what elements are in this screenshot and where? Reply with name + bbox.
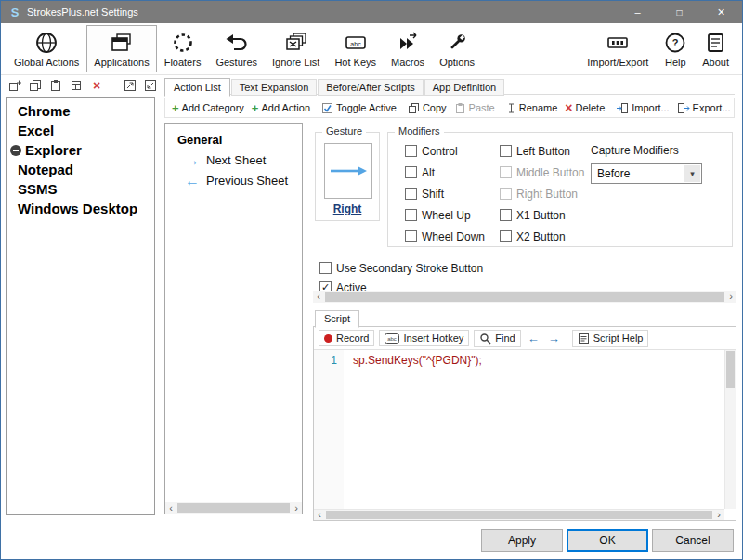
checkbox-label: Middle Button bbox=[516, 166, 584, 179]
checkbox-left-button[interactable]: Left Button bbox=[500, 140, 584, 162]
toolbar-import-export[interactable]: Import/Export bbox=[580, 25, 656, 72]
toolbar-help[interactable]: ? Help bbox=[656, 25, 695, 72]
checkbox-box[interactable] bbox=[405, 166, 417, 178]
title-bar[interactable]: StrokesPlus.net Settings bbox=[1, 1, 742, 23]
scroll-thumb[interactable] bbox=[726, 351, 735, 388]
list-item-excel[interactable]: Excel bbox=[7, 121, 154, 140]
copy-icon bbox=[408, 102, 420, 114]
rename-button[interactable]: Rename bbox=[502, 101, 562, 115]
record-button[interactable]: Record bbox=[319, 330, 374, 346]
import-button[interactable]: Import... bbox=[612, 101, 672, 115]
app-label: Windows Desktop bbox=[18, 201, 137, 216]
capture-modifiers-dropdown[interactable]: Before bbox=[591, 163, 702, 184]
tab-app-definition[interactable]: App Definition bbox=[424, 79, 505, 96]
delete-button[interactable]: Delete bbox=[561, 100, 608, 115]
toolbar-options[interactable]: Options bbox=[432, 25, 482, 72]
toolbar-about[interactable]: About bbox=[695, 25, 736, 72]
scroll-left-arrow[interactable] bbox=[314, 510, 325, 521]
scroll-right-arrow[interactable] bbox=[291, 502, 302, 514]
scroll-left-arrow[interactable] bbox=[313, 292, 324, 303]
checkbox-box[interactable] bbox=[405, 145, 417, 157]
scroll-track[interactable] bbox=[325, 510, 713, 520]
minimize-button[interactable] bbox=[617, 1, 658, 23]
scroll-right-arrow[interactable] bbox=[725, 292, 736, 303]
add-category-button[interactable]: Add Category bbox=[168, 101, 248, 115]
checkbox-control[interactable]: Control bbox=[405, 140, 485, 162]
scroll-right-arrow[interactable] bbox=[713, 510, 724, 521]
tree-node-previous-sheet[interactable]: Previous Sheet bbox=[165, 167, 302, 188]
script-editor[interactable]: 1 sp.SendKeys("^{PGDN}"); bbox=[314, 350, 724, 509]
scroll-left-arrow[interactable] bbox=[165, 502, 176, 514]
toolbar-macros[interactable]: Macros bbox=[384, 25, 432, 72]
navigate-forward-button[interactable] bbox=[546, 332, 562, 345]
add-application-button[interactable] bbox=[7, 78, 23, 93]
tree-horizontal-scrollbar[interactable] bbox=[165, 502, 302, 514]
copy-button[interactable]: Copy bbox=[404, 101, 450, 115]
checkbox-secondary-stroke[interactable]: Use Secondary Stroke Button bbox=[319, 257, 483, 279]
code-line[interactable]: sp.SendKeys("^{PGDN}"); bbox=[344, 350, 482, 509]
chevron-down-icon[interactable] bbox=[684, 165, 700, 182]
checkbox-box[interactable] bbox=[500, 230, 512, 242]
application-properties-button[interactable] bbox=[68, 78, 85, 93]
checkbox-box[interactable] bbox=[500, 209, 512, 221]
checkbox-shift[interactable]: Shift bbox=[405, 183, 485, 204]
tab-action-list[interactable]: Action List bbox=[164, 78, 230, 97]
paste-button[interactable]: Paste bbox=[450, 101, 499, 115]
expand-all-button[interactable] bbox=[122, 78, 138, 93]
checkbox-wheel-down[interactable]: Wheel Down bbox=[405, 226, 485, 247]
checkbox-box[interactable] bbox=[405, 230, 417, 242]
export-button[interactable]: Export... bbox=[673, 101, 735, 115]
add-action-button[interactable]: Add Action bbox=[248, 101, 314, 115]
collapse-all-button[interactable] bbox=[142, 78, 159, 93]
checkbox-box[interactable] bbox=[405, 188, 417, 200]
checkbox-x1-button[interactable]: X1 Button bbox=[500, 204, 584, 226]
checkbox-wheel-up[interactable]: Wheel Up bbox=[405, 204, 485, 226]
checkbox-x2-button[interactable]: X2 Button bbox=[500, 226, 584, 247]
toolbar-global-actions[interactable]: Global Actions bbox=[7, 25, 86, 72]
toggle-active-button[interactable]: Toggle Active bbox=[318, 101, 400, 115]
list-item-chrome[interactable]: Chrome bbox=[7, 101, 154, 121]
copy-application-button[interactable] bbox=[27, 78, 44, 93]
checkbox-alt[interactable]: Alt bbox=[405, 162, 485, 183]
gesture-name-link[interactable]: Right bbox=[316, 202, 379, 215]
script-horizontal-scrollbar[interactable] bbox=[314, 509, 724, 520]
detail-horizontal-scrollbar[interactable] bbox=[313, 291, 736, 303]
maximize-button[interactable] bbox=[658, 1, 700, 23]
toolbar-ignore-list[interactable]: Ignore List bbox=[265, 25, 327, 72]
toolbar-applications[interactable]: Applications bbox=[86, 25, 156, 72]
delete-application-button[interactable] bbox=[88, 78, 105, 93]
tree-node-next-sheet[interactable]: Next Sheet bbox=[165, 147, 302, 167]
scroll-track[interactable] bbox=[176, 502, 291, 514]
tree-node-general[interactable]: General bbox=[165, 124, 302, 147]
find-button[interactable]: Find bbox=[474, 330, 520, 347]
apply-button[interactable]: Apply bbox=[481, 529, 563, 552]
list-item-ssms[interactable]: SSMS bbox=[7, 179, 154, 199]
toolbar-hot-keys[interactable]: abc Hot Keys bbox=[327, 25, 384, 72]
dropdown-value: Before bbox=[597, 167, 630, 180]
scroll-thumb[interactable] bbox=[326, 511, 712, 519]
tab-before-after-scripts[interactable]: Before/After Scripts bbox=[318, 79, 423, 96]
toolbar-floaters[interactable]: Floaters bbox=[157, 25, 209, 72]
list-item-notepad[interactable]: Notepad bbox=[7, 160, 154, 179]
scroll-track[interactable] bbox=[324, 291, 725, 303]
toolbar-gestures[interactable]: Gestures bbox=[208, 25, 265, 72]
list-item-explorer[interactable]: Explorer bbox=[7, 140, 154, 160]
collapse-icon[interactable] bbox=[10, 145, 21, 156]
checkbox-box[interactable] bbox=[319, 262, 332, 274]
script-help-button[interactable]: Script Help bbox=[572, 330, 649, 347]
scroll-thumb[interactable] bbox=[177, 503, 290, 513]
scroll-thumb[interactable] bbox=[325, 292, 724, 302]
toolbar-label: Global Actions bbox=[14, 57, 79, 68]
close-button[interactable] bbox=[700, 1, 742, 23]
paste-application-button[interactable] bbox=[47, 78, 64, 93]
cancel-button[interactable]: Cancel bbox=[652, 529, 734, 552]
checkbox-box[interactable] bbox=[405, 209, 417, 221]
ok-button[interactable]: OK bbox=[567, 529, 648, 552]
list-item-windows-desktop[interactable]: Windows Desktop bbox=[7, 199, 154, 218]
tab-script[interactable]: Script bbox=[315, 310, 359, 328]
tab-text-expansion[interactable]: Text Expansion bbox=[231, 79, 318, 96]
navigate-back-button[interactable] bbox=[526, 332, 541, 345]
script-vertical-scrollbar[interactable] bbox=[724, 350, 736, 509]
insert-hotkey-button[interactable]: abc Insert Hotkey bbox=[379, 330, 469, 346]
checkbox-box[interactable] bbox=[500, 145, 512, 157]
